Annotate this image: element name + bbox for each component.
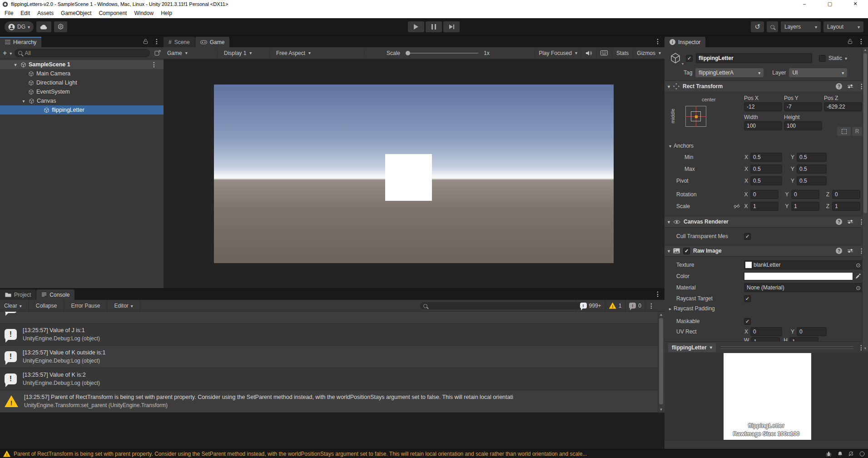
tab-project[interactable]: Project bbox=[0, 289, 36, 300]
uv-w-input[interactable] bbox=[751, 337, 780, 341]
scroll-down-icon[interactable]: ▼ bbox=[863, 347, 868, 350]
uv-y-input[interactable] bbox=[797, 327, 827, 336]
menu-component[interactable]: Component bbox=[95, 8, 130, 18]
console-row[interactable]: [13:25:57] Value of K is:2 UnityEngine.D… bbox=[0, 368, 665, 390]
progress-circle-icon[interactable] bbox=[859, 451, 865, 457]
lock-icon[interactable] bbox=[848, 39, 853, 44]
tree-row-canvas[interactable]: Canvas bbox=[0, 96, 164, 105]
layer-dropdown[interactable]: UI bbox=[789, 68, 847, 77]
console-search-input[interactable] bbox=[430, 303, 583, 309]
debugger-bug-icon[interactable] bbox=[826, 451, 832, 457]
console-search[interactable] bbox=[420, 302, 586, 309]
console-scrollbar[interactable]: ▲ ▼ bbox=[658, 312, 664, 413]
link-broken-icon[interactable] bbox=[734, 204, 740, 209]
pos-z-input[interactable] bbox=[824, 102, 862, 111]
hierarchy-search[interactable] bbox=[15, 49, 150, 57]
pivot-x-input[interactable] bbox=[750, 176, 782, 185]
canvas-renderer-header[interactable]: Canvas Renderer bbox=[665, 216, 868, 228]
gameobject-cube-icon[interactable]: ▾ bbox=[668, 51, 683, 65]
raycast-padding-foldout[interactable]: Raycast Padding bbox=[665, 304, 868, 314]
status-message[interactable]: Parent of RectTransform is being set wit… bbox=[14, 451, 759, 457]
pause-button[interactable] bbox=[426, 21, 442, 32]
minimize-button[interactable] bbox=[792, 0, 817, 8]
gizmos-dropdown[interactable]: Gizmos bbox=[633, 48, 665, 58]
layout-dropdown[interactable]: Layout bbox=[823, 21, 863, 32]
mute-audio-button[interactable] bbox=[581, 47, 596, 59]
scale-y-input[interactable] bbox=[791, 202, 819, 211]
search-button[interactable] bbox=[767, 21, 778, 32]
presets-icon[interactable] bbox=[847, 248, 853, 254]
object-picker-icon[interactable] bbox=[856, 284, 861, 291]
scroll-up-icon[interactable]: ▲ bbox=[658, 313, 664, 317]
tab-game[interactable]: Game bbox=[195, 37, 230, 47]
inspector-scrollbar[interactable]: ▲ ▼ bbox=[862, 47, 868, 351]
anchor-preset-button[interactable] bbox=[685, 106, 706, 127]
panel-menu-icon[interactable] bbox=[154, 38, 160, 45]
panel-menu-icon[interactable] bbox=[858, 38, 864, 45]
eyedropper-icon[interactable] bbox=[853, 272, 863, 280]
anchor-min-y-input[interactable] bbox=[797, 153, 827, 162]
material-object-field[interactable]: None (Material) bbox=[744, 283, 863, 292]
menu-file[interactable]: File bbox=[1, 8, 17, 18]
tab-console[interactable]: Console bbox=[36, 289, 74, 300]
tree-row[interactable]: EventSystem bbox=[0, 87, 164, 96]
cloud-button[interactable] bbox=[36, 21, 51, 32]
row-menu-icon[interactable] bbox=[151, 61, 157, 68]
foldout-icon[interactable] bbox=[668, 219, 670, 225]
scroll-down-icon[interactable]: ▼ bbox=[658, 408, 664, 412]
step-button[interactable] bbox=[443, 21, 460, 32]
close-button[interactable] bbox=[843, 0, 868, 8]
display-dropdown[interactable]: Display 1 bbox=[220, 48, 267, 58]
create-dropdown-icon[interactable] bbox=[10, 50, 12, 56]
status-bar[interactable]: Parent of RectTransform is being set wit… bbox=[0, 449, 868, 458]
tab-scene[interactable]: # Scene bbox=[164, 37, 195, 47]
scale-slider[interactable] bbox=[406, 53, 478, 54]
menu-window[interactable]: Window bbox=[130, 8, 157, 18]
foldout-icon[interactable] bbox=[21, 98, 26, 104]
width-input[interactable] bbox=[744, 121, 782, 130]
play-focused-dropdown[interactable]: Play Focused bbox=[535, 48, 581, 58]
help-icon[interactable] bbox=[836, 219, 842, 225]
raycast-target-checkbox[interactable] bbox=[744, 295, 751, 302]
scrollbar-thumb[interactable] bbox=[659, 318, 663, 404]
foldout-icon[interactable] bbox=[668, 248, 670, 254]
preview-selector-dropdown[interactable]: flippingLetter bbox=[668, 343, 716, 352]
play-button[interactable] bbox=[408, 21, 424, 32]
foldout-icon[interactable] bbox=[13, 61, 18, 68]
stats-button[interactable]: Stats bbox=[612, 47, 633, 59]
preview-drag-handle[interactable] bbox=[720, 346, 853, 349]
rect-transform-header[interactable]: Rect Transform bbox=[665, 80, 868, 92]
scrollbar-thumb[interactable] bbox=[863, 53, 867, 213]
texture-object-field[interactable]: blankLetter bbox=[744, 260, 863, 269]
scale-slider-knob[interactable] bbox=[406, 51, 410, 55]
anchor-min-x-input[interactable] bbox=[750, 153, 782, 162]
uv-x-input[interactable] bbox=[750, 327, 782, 336]
scroll-up-icon[interactable]: ▲ bbox=[863, 48, 868, 51]
editor-dropdown[interactable]: Editor bbox=[110, 300, 137, 311]
panel-menu-icon[interactable] bbox=[655, 290, 661, 298]
log-count-toggle[interactable]: 999+ bbox=[576, 300, 605, 311]
plastic-scm-button[interactable] bbox=[54, 21, 67, 32]
game-viewport[interactable] bbox=[164, 59, 665, 288]
scale-z-input[interactable] bbox=[832, 202, 860, 211]
undo-history-button[interactable] bbox=[751, 21, 764, 32]
game-mode-dropdown[interactable]: Game bbox=[164, 48, 214, 58]
scene-picker-icon[interactable] bbox=[154, 50, 161, 56]
account-dropdown[interactable]: DG bbox=[5, 21, 34, 32]
active-checkbox[interactable] bbox=[686, 55, 693, 62]
presets-icon[interactable] bbox=[847, 84, 853, 89]
tree-row[interactable]: Main Camera bbox=[0, 69, 164, 78]
blueprint-mode-button[interactable] bbox=[837, 127, 851, 136]
menu-assets[interactable]: Assets bbox=[34, 8, 57, 18]
anchor-max-x-input[interactable] bbox=[750, 164, 782, 174]
static-checkbox[interactable] bbox=[819, 55, 826, 62]
console-row[interactable]: [13:25:57] Value of J is:1 UnityEngine.D… bbox=[0, 324, 665, 346]
aspect-dropdown[interactable]: Free Aspect bbox=[273, 48, 362, 58]
clear-button[interactable]: Clear bbox=[0, 300, 26, 311]
notification-muted-icon[interactable] bbox=[848, 451, 853, 457]
console-menu-icon[interactable] bbox=[645, 302, 657, 309]
console-row-warning[interactable]: [13:25:57] Parent of RectTransform is be… bbox=[0, 390, 665, 413]
vsync-keyboard-button[interactable] bbox=[596, 47, 612, 59]
tree-row[interactable]: Directional Light bbox=[0, 78, 164, 87]
tree-row-scene[interactable]: SampleScene 1 bbox=[0, 60, 164, 69]
